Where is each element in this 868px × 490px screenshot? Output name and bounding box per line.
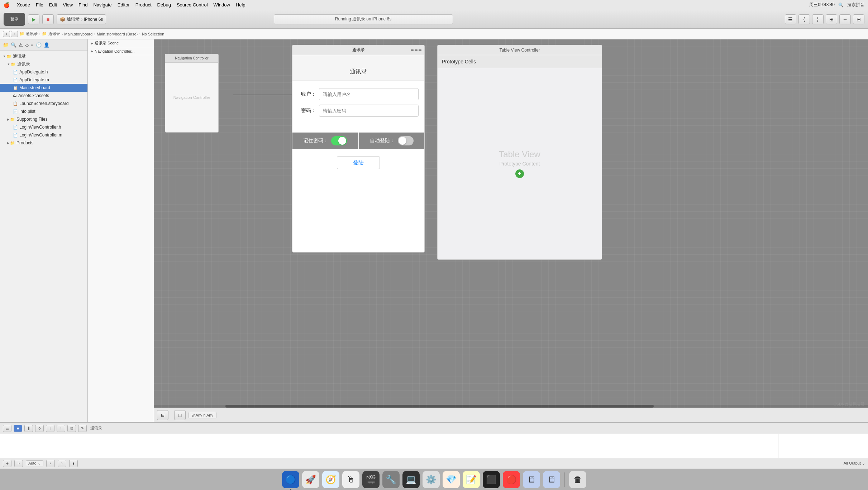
breadcrumb-4[interactable]: Main.storyboard (Base) bbox=[97, 32, 138, 36]
menu-find[interactable]: Find bbox=[78, 2, 87, 8]
nav-clock-icon[interactable]: 🕐 bbox=[36, 42, 42, 48]
nav-item-assets[interactable]: 🗂 Assets.xcassets bbox=[0, 92, 87, 100]
nav-item-appdelegate-h[interactable]: 📄 AppDelegate.h bbox=[0, 68, 87, 76]
add-cell-button[interactable]: + bbox=[515, 169, 524, 178]
debug-btn-2[interactable]: ■ bbox=[14, 425, 22, 432]
debug-btn-4[interactable]: ◇ bbox=[35, 425, 44, 432]
dock-monitor2[interactable]: 🖥 bbox=[543, 471, 560, 488]
nav-item-loginvc-m[interactable]: 📄 LoginViewController.m bbox=[0, 131, 87, 139]
nav-diamond-icon[interactable]: ◇ bbox=[25, 42, 29, 48]
scheme-selector[interactable]: 📦 通讯录 › iPhone 6s bbox=[57, 14, 106, 24]
nav-item-supporting-files[interactable]: ▶ 📁 Supporting Files bbox=[0, 115, 87, 123]
nav-search-icon[interactable]: 🔍 bbox=[11, 42, 16, 48]
clear-debug-btn[interactable]: ○ bbox=[14, 460, 23, 467]
layout-button[interactable]: ⊞ bbox=[826, 14, 837, 24]
debug-nav-forward[interactable]: › bbox=[58, 460, 66, 467]
login-button[interactable]: 登陆 bbox=[337, 156, 380, 169]
debug-btn-8[interactable]: ✎ bbox=[78, 425, 87, 432]
debug-btn-3[interactable]: ‖ bbox=[24, 425, 33, 432]
nav-item-products[interactable]: ▶ 📁 Products bbox=[0, 139, 87, 147]
menu-debug[interactable]: Debug bbox=[157, 2, 171, 8]
apple-logo-icon[interactable]: 🍎 bbox=[4, 2, 10, 8]
back-button[interactable]: ⟨ bbox=[798, 14, 810, 24]
debug-info-btn[interactable]: ℹ bbox=[69, 460, 78, 467]
dock-launchpad[interactable]: 🚀 bbox=[302, 471, 319, 488]
menu-editor[interactable]: Editor bbox=[118, 2, 130, 8]
menu-file[interactable]: File bbox=[36, 2, 43, 8]
nav-item-info-plist[interactable]: 📄 Info.plist bbox=[0, 107, 87, 115]
menu-product[interactable]: Product bbox=[135, 2, 152, 8]
stop-button[interactable]: ■ bbox=[42, 14, 54, 24]
dock-mouse[interactable]: 🖱 bbox=[342, 471, 359, 488]
dock-blackapp[interactable]: ⬛ bbox=[483, 471, 500, 488]
canvas-area[interactable]: Navigation Controller Navigation Control… bbox=[154, 39, 868, 422]
login-view-controller[interactable]: 通讯录 通讯录 账户： bbox=[292, 45, 425, 253]
menu-window[interactable]: Window bbox=[214, 2, 230, 8]
nav-list-icon[interactable]: ≡ bbox=[31, 42, 34, 48]
nav-item-group[interactable]: ▼ 📁 通讯录 bbox=[0, 60, 87, 68]
breadcrumb-2[interactable]: 通讯录 bbox=[48, 31, 60, 37]
nav-folder-icon[interactable]: 📁 bbox=[3, 42, 9, 48]
view-selector-button[interactable]: □ bbox=[174, 410, 186, 420]
menu-help[interactable]: Help bbox=[236, 2, 245, 8]
nav-item-main-storyboard[interactable]: 📋 Main.storyboard bbox=[0, 84, 87, 92]
nav-controller-box[interactable]: Navigation Controller Navigation Control… bbox=[165, 54, 219, 133]
password-input[interactable] bbox=[319, 105, 419, 117]
nav-item-launch-storyboard[interactable]: 📋 LaunchScreen.storyboard bbox=[0, 100, 87, 107]
nav-item-appdelegate-m[interactable]: 📄 AppDelegate.m bbox=[0, 76, 87, 84]
nav-warning-icon[interactable]: ⚠ bbox=[19, 42, 23, 48]
vc-top-bar: 通讯录 bbox=[292, 45, 424, 55]
dock-settings[interactable]: ⚙️ bbox=[423, 471, 440, 488]
table-view-controller[interactable]: Table View Controller Prototype Cells Ta… bbox=[437, 45, 602, 260]
auto-login-toggle[interactable] bbox=[398, 136, 414, 145]
search-icon[interactable]: 🔍 bbox=[838, 3, 844, 8]
remember-toggle[interactable] bbox=[331, 136, 347, 145]
breadcrumb-forward-button[interactable]: › bbox=[11, 31, 18, 37]
breadcrumb-5[interactable]: No Selection bbox=[142, 32, 164, 36]
menu-search-label[interactable]: 搜索拼音 bbox=[847, 2, 864, 8]
scrollbar-thumb[interactable] bbox=[225, 405, 654, 408]
menu-xcode[interactable]: Xcode bbox=[17, 2, 30, 8]
menu-edit[interactable]: Edit bbox=[49, 2, 57, 8]
canvas-scrollbar-h[interactable] bbox=[154, 405, 868, 408]
auto-label[interactable]: Auto ⌄ bbox=[26, 460, 43, 466]
breadcrumb-1[interactable]: 通讯录 bbox=[26, 31, 38, 37]
dock-sketch[interactable]: 💎 bbox=[443, 471, 460, 488]
menu-view[interactable]: View bbox=[63, 2, 73, 8]
debug-btn-7[interactable]: ⊡ bbox=[67, 425, 76, 432]
nav-person-icon[interactable]: 👤 bbox=[44, 42, 49, 48]
dock-redapp[interactable]: 🔴 bbox=[503, 471, 520, 488]
version-button[interactable]: ⊟ bbox=[853, 14, 864, 24]
forward-button[interactable]: ⟩ bbox=[812, 14, 824, 24]
breadcrumb-3[interactable]: Main.storyboard bbox=[64, 32, 92, 36]
navigator-toggle-button[interactable]: ☰ bbox=[785, 14, 796, 24]
dock-monitor1[interactable]: 🖥 bbox=[523, 471, 540, 488]
nav-bar-title: 通讯录 bbox=[350, 68, 367, 76]
menu-source-control[interactable]: Source Control bbox=[177, 2, 208, 8]
breadcrumb-back-button[interactable]: ‹ bbox=[3, 31, 10, 37]
outline-item-scene[interactable]: ▶ 通讯录 Scene bbox=[88, 39, 154, 47]
dock-tools[interactable]: 🔧 bbox=[382, 471, 400, 488]
dock-notes[interactable]: 📝 bbox=[463, 471, 480, 488]
dock-finder[interactable]: 🔵 bbox=[282, 471, 299, 488]
debug-btn-5[interactable]: ↓ bbox=[46, 425, 54, 432]
dock-terminal[interactable]: 💻 bbox=[402, 471, 420, 488]
output-label[interactable]: All Output ⌄ bbox=[844, 461, 865, 466]
nav-item-root[interactable]: ▼ 📁 通讯录 bbox=[0, 52, 87, 60]
zoom-out-button[interactable]: ⊟ bbox=[157, 410, 168, 420]
debug-view-btn[interactable]: ☰ bbox=[3, 425, 11, 432]
dock-media[interactable]: 🎬 bbox=[362, 471, 380, 488]
dock-safari[interactable]: 🧭 bbox=[322, 471, 339, 488]
assistant-button[interactable]: ↔ bbox=[839, 14, 851, 24]
outline-panel: ▶ 通讯录 Scene ▶ Navigation Controller... bbox=[88, 39, 154, 422]
run-button[interactable]: ▶ bbox=[28, 14, 39, 24]
debug-nav-back[interactable]: ‹ bbox=[46, 460, 55, 467]
nav-item-loginvc-h[interactable]: 📄 LoginViewController.h bbox=[0, 123, 87, 131]
menu-navigate[interactable]: Navigate bbox=[93, 2, 111, 8]
dock-trash[interactable]: 🗑 bbox=[569, 471, 586, 488]
pause-button[interactable]: 暂停 bbox=[4, 13, 25, 26]
debug-btn-6[interactable]: ↑ bbox=[57, 425, 65, 432]
outline-item-navcontroller[interactable]: ▶ Navigation Controller... bbox=[88, 47, 154, 55]
add-debug-btn[interactable]: + bbox=[3, 460, 11, 467]
account-input[interactable] bbox=[319, 88, 419, 100]
